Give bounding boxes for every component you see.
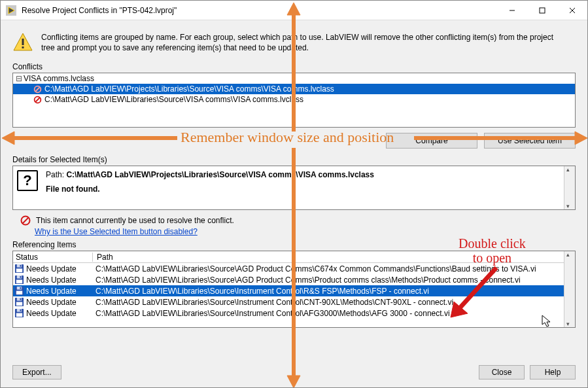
- svg-line-44: [457, 268, 496, 311]
- svg-marker-39: [287, 376, 300, 388]
- svg-marker-41: [2, 132, 14, 145]
- annotation-arrows: [1, 1, 588, 388]
- svg-marker-43: [575, 132, 587, 145]
- svg-marker-37: [287, 3, 300, 15]
